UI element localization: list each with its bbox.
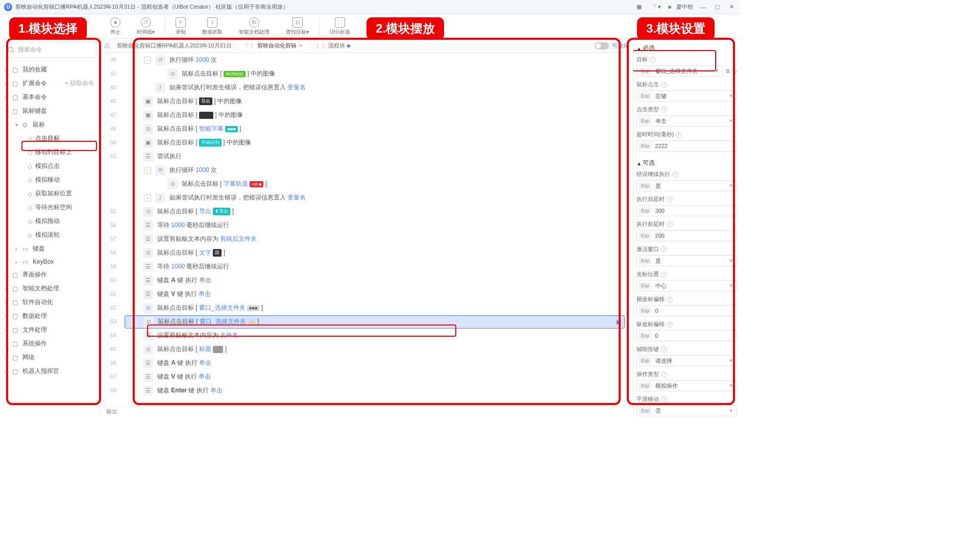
chevron-down-icon[interactable]: ▼ (726, 283, 737, 288)
help-icon[interactable]: ? (667, 196, 673, 203)
tree-favorites[interactable]: ▹▢我的收藏 (0, 63, 100, 77)
prop-input-target[interactable]: Exp窗口_选择文件夹▼ (636, 65, 723, 77)
tree-mouse-item[interactable]: ◇获取鼠标位置 (0, 187, 100, 201)
prop-input-beforeDelay[interactable]: Exp200 (636, 230, 737, 241)
tree-extensions[interactable]: ▹▢扩展命令 (5, 79, 47, 88)
code-line[interactable]: ▣鼠标点击目标 [ 导出 ] 中的图像 (120, 94, 633, 108)
help-icon[interactable]: ? (661, 246, 667, 253)
help-icon[interactable]: ? (650, 57, 656, 63)
output-panel-header[interactable]: 输出 (100, 406, 633, 416)
prop-input-xOffset[interactable]: Exp0 (636, 305, 737, 316)
code-line[interactable]: ⤴如果尝试执行时发生错误，把错误信息置入 变量名 (120, 81, 633, 94)
prop-input-click[interactable]: Exp左键▼ (636, 90, 737, 102)
tree-smartdoc[interactable]: ▹▢智能文档处理 (0, 282, 100, 295)
code-line[interactable]: ☰尝试执行 (120, 149, 633, 163)
code-line[interactable]: ⊙鼠标点击目标 [ #626632 ] 中的图像 (120, 67, 633, 81)
prop-input-cursorPos[interactable]: Exp中心▼ (636, 280, 737, 291)
code-line[interactable]: ☰等待 1000 毫秒后继续运行 (120, 260, 633, 273)
tab-flow[interactable]: ⋮⋮剪映自动化剪辑✕ (239, 40, 308, 52)
tree-sysop[interactable]: ▹▢系统操作 (0, 337, 100, 350)
prop-input-afterDelay[interactable]: Exp300 (636, 205, 737, 216)
code-line[interactable]: ☰键盘 A 键 执行 单击 (120, 273, 633, 287)
code-line[interactable]: ☰键盘 V 键 执行 单击 (120, 287, 633, 301)
code-line[interactable]: ☰等待 1000 毫秒后继续运行 (120, 218, 633, 232)
prop-input-opType[interactable]: Exp模拟操作▼ (636, 380, 737, 391)
chevron-down-icon[interactable]: ▼ (726, 118, 737, 123)
code-editor[interactable]: 3941424547485051555657585960616263646566… (100, 53, 633, 406)
help-icon[interactable]: ? (661, 396, 667, 403)
data-scrape-button[interactable]: ⇩ 数据抓取 (194, 17, 231, 36)
code-line[interactable]: ⊙鼠标点击目标 [ 文字 回 ] (120, 246, 633, 260)
user-name[interactable]: 廖中校 (676, 3, 693, 11)
help-icon[interactable]: ? (667, 296, 673, 303)
tree-fileproc[interactable]: ▹▢文件处理 (0, 323, 100, 337)
tree-basic[interactable]: ▹▢基本命令 (0, 90, 100, 104)
collapse-icon[interactable]: − (144, 167, 151, 174)
stop-button[interactable]: ■ 停止 (102, 17, 129, 36)
timeline-button[interactable]: ⏱ 时间线▾ (129, 17, 163, 36)
help-icon[interactable]: ? (661, 371, 667, 378)
tree-mouse[interactable]: ▾⊙鼠标 (0, 118, 100, 132)
code-line[interactable]: ⊙鼠标点击目标 [ 导出 ⬆导出 ] (120, 205, 633, 218)
tree-network[interactable]: ▹▢网络 (0, 350, 100, 364)
tree-ui-op[interactable]: ▹▢界面操作 (0, 268, 100, 282)
find-target-button[interactable]: ⊡ 查找目标▾ (278, 17, 317, 36)
section-required[interactable]: ▴必选 (635, 41, 738, 56)
record-button[interactable]: ⎘ 录制 (167, 17, 194, 36)
get-commands-button[interactable]: + 获取命令 (65, 79, 94, 88)
prop-input-smoothMove[interactable]: Exp否▼ (636, 405, 737, 416)
tab-block[interactable]: ⋮⋮流程块 (310, 40, 355, 52)
help-icon[interactable]: ? (661, 271, 667, 278)
prop-input-modKey[interactable]: Exp请选择▼ (636, 355, 737, 366)
help-icon[interactable]: ? (661, 107, 667, 113)
code-line[interactable]: ▣鼠标点击目标 [ ] 中的图像 (120, 108, 633, 122)
chevron-down-icon[interactable]: ▼ (726, 183, 737, 188)
code-line[interactable]: ⊙鼠标点击目标 [ 标题 ] (120, 342, 633, 356)
code-line[interactable]: ▣鼠标点击目标 [ 开始识别 ] 中的图像 (120, 136, 633, 149)
help-icon[interactable]: ? (672, 171, 678, 178)
tree-autosoft[interactable]: ▹▢软件自动化 (0, 295, 100, 309)
prop-input-activateWin[interactable]: Exp是▼ (636, 255, 737, 266)
collapse-icon[interactable]: − (144, 57, 151, 64)
tree-mouse-item[interactable]: ◇等待光标空闲 (0, 201, 100, 214)
prop-input-onError[interactable]: Exp是▼ (636, 180, 737, 191)
tree-robotcmd[interactable]: ▹▢机器人指挥官 (0, 364, 100, 378)
tree-mouse-item[interactable]: ◇模拟点击 (0, 159, 100, 173)
chevron-down-icon[interactable]: ▼ (726, 408, 737, 413)
chevron-down-icon[interactable]: ▼ (726, 383, 737, 388)
help-icon[interactable]: ? (676, 132, 682, 138)
code-line[interactable]: ☰键盘 A 键 执行 单击 (120, 356, 633, 370)
code-line[interactable]: ⊙鼠标点击目标 [ 窗口_选择文件夹 ··· ]▶ (120, 315, 633, 329)
tree-keyboard[interactable]: ▹▭键盘 (0, 242, 100, 256)
chevron-down-icon[interactable]: ▼ (726, 258, 737, 263)
chevron-down-icon[interactable]: ▼ (726, 358, 737, 363)
minimize-button[interactable]: — (698, 3, 708, 11)
prop-input-timeout[interactable]: Exp2222 (636, 140, 737, 152)
tree-mouse-item[interactable]: ◇模拟拖动 (0, 214, 100, 228)
code-line[interactable]: ☰键盘 V 键 执行 单击 (120, 370, 633, 384)
collapse-icon[interactable]: − (144, 194, 151, 202)
close-button[interactable]: ✕ (727, 3, 736, 11)
code-line[interactable]: ⊙鼠标点击目标 [ 窗口_选择文件夹 ■■■ ] (120, 301, 633, 315)
chevron-down-icon[interactable]: ▼ (726, 93, 737, 98)
code-line[interactable]: ☰设置剪贴板文本内容为 文件名 (120, 329, 633, 342)
help-icon[interactable]: ? (667, 221, 673, 228)
grid-icon[interactable]: ▦ (634, 3, 644, 11)
section-optional[interactable]: ▴可选 (635, 156, 738, 170)
tree-mouse-keyboard[interactable]: ▾▢鼠标键盘 (0, 104, 100, 118)
tree-mouse-item[interactable]: ◇模拟移动 (0, 173, 100, 187)
code-line[interactable]: ⊙鼠标点击目标 [ 字幕轨道 A8 ■ ] (120, 177, 633, 191)
visualize-toggle[interactable] (595, 42, 609, 49)
tree-dataproc[interactable]: ▹▢数据处理 (0, 309, 100, 323)
code-line[interactable]: −⤴如果尝试执行时发生错误，把错误信息置入 变量名 (120, 191, 633, 205)
tree-mouse-item[interactable]: ◇模拟滚轮 (0, 228, 100, 242)
help-icon[interactable]: ? (661, 346, 667, 353)
ui-analyzer-button[interactable]: ⬚ UI分析器 (322, 17, 358, 36)
tab-close-icon[interactable]: ✕ (299, 43, 303, 48)
code-line[interactable]: ⊙鼠标点击目标 [ 智能字幕 ■■■ ] (120, 122, 633, 136)
help-icon[interactable]: ? (661, 82, 667, 88)
locate-target-icon[interactable]: ◎ (732, 68, 737, 74)
search-input[interactable]: 搜索命令 (3, 42, 96, 58)
help-icon[interactable]: ? (667, 321, 673, 328)
tab-project[interactable]: 剪映自化剪辑口播RPA机器人2023年10月31日 (112, 40, 237, 52)
